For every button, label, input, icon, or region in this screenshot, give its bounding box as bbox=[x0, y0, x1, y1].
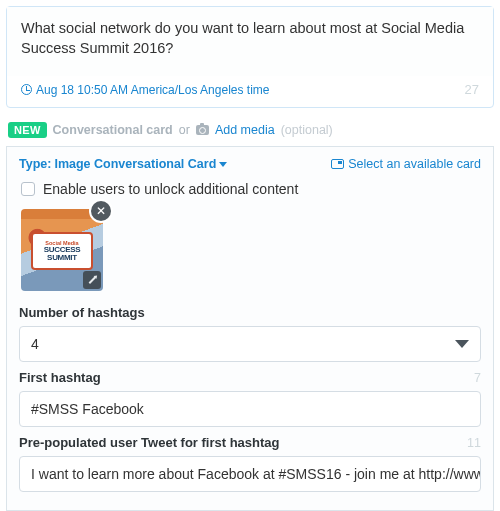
card-type-value: Image Conversational Card bbox=[54, 157, 216, 171]
add-media-link[interactable]: Add media bbox=[215, 123, 275, 137]
chevron-down-icon bbox=[455, 340, 469, 348]
thumbnail-banner: Social Media SUCCESS SUMMIT bbox=[31, 232, 93, 270]
card-header: Type: Image Conversational Card Select a… bbox=[19, 157, 481, 171]
enable-unlock-row: Enable users to unlock additional conten… bbox=[21, 181, 481, 197]
clock-icon bbox=[21, 84, 32, 95]
camera-icon bbox=[196, 125, 209, 135]
prepop-count: 11 bbox=[467, 436, 481, 450]
first-hashtag-label: First hashtag bbox=[19, 370, 101, 385]
select-available-card[interactable]: Select an available card bbox=[331, 157, 481, 171]
card-toolbar: NEW Conversational card or Add media (op… bbox=[0, 114, 500, 146]
scheduled-time-text: Aug 18 10:50 AM America/Los Angeles time bbox=[36, 83, 269, 97]
card-panel: Type: Image Conversational Card Select a… bbox=[6, 146, 494, 511]
first-hashtag-field: First hashtag 7 #SMSS Facebook bbox=[19, 370, 481, 427]
thumb-line2b: SUMMIT bbox=[47, 254, 77, 262]
cards-icon bbox=[331, 159, 344, 169]
optional-text: (optional) bbox=[281, 123, 333, 137]
chevron-down-icon bbox=[219, 162, 227, 167]
num-hashtags-label: Number of hashtags bbox=[19, 305, 145, 320]
num-hashtags-value: 4 bbox=[31, 336, 39, 352]
char-count: 27 bbox=[465, 82, 479, 97]
prepop-input[interactable]: I want to learn more about Facebook at #… bbox=[19, 456, 481, 492]
prepop-tweet-field: Pre-populated user Tweet for first hasht… bbox=[19, 435, 481, 492]
remove-media-button[interactable]: ✕ bbox=[91, 201, 111, 221]
first-hashtag-input[interactable]: #SMSS Facebook bbox=[19, 391, 481, 427]
tweet-text[interactable]: What social network do you want to learn… bbox=[7, 7, 493, 76]
num-hashtags-field: Number of hashtags 4 bbox=[19, 305, 481, 362]
card-type-selector[interactable]: Type: Image Conversational Card bbox=[19, 157, 227, 171]
enable-unlock-label: Enable users to unlock additional conten… bbox=[43, 181, 298, 197]
prepop-label: Pre-populated user Tweet for first hasht… bbox=[19, 435, 280, 450]
select-card-label: Select an available card bbox=[348, 157, 481, 171]
enable-unlock-checkbox[interactable] bbox=[21, 182, 35, 196]
first-hashtag-count: 7 bbox=[474, 371, 481, 385]
new-badge: NEW bbox=[8, 122, 47, 138]
media-thumbnail[interactable]: Social Media SUCCESS SUMMIT ✕ bbox=[21, 209, 103, 291]
num-hashtags-select[interactable]: 4 bbox=[19, 326, 481, 362]
compose-box: What social network do you want to learn… bbox=[6, 6, 494, 108]
scheduled-time[interactable]: Aug 18 10:50 AM America/Los Angeles time bbox=[21, 83, 269, 97]
or-text: or bbox=[179, 123, 190, 137]
conversational-card-label: Conversational card bbox=[53, 123, 173, 137]
tweet-meta: Aug 18 10:50 AM America/Los Angeles time… bbox=[7, 76, 493, 107]
close-icon: ✕ bbox=[96, 204, 106, 218]
pencil-icon bbox=[88, 276, 96, 284]
edit-media-button[interactable] bbox=[83, 271, 101, 289]
card-type-prefix: Type: bbox=[19, 157, 51, 171]
